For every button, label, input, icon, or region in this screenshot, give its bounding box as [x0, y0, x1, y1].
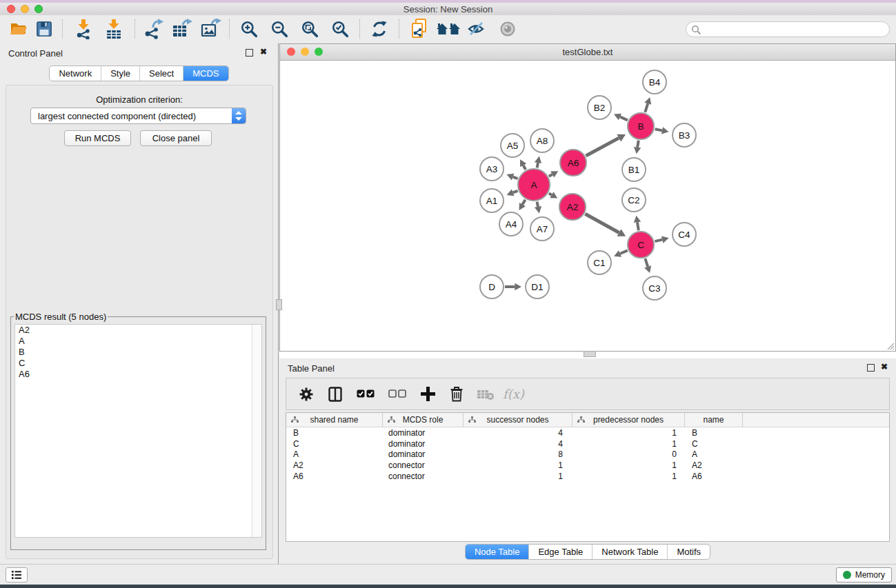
- graph-node-C[interactable]: C: [628, 232, 654, 258]
- table-cell[interactable]: 1: [573, 428, 685, 438]
- mcds-result-item[interactable]: B: [15, 347, 261, 358]
- table-cell[interactable]: 1: [464, 460, 573, 470]
- graph-edge-D-D1[interactable]: [505, 283, 521, 290]
- import-network-icon[interactable]: [73, 19, 94, 39]
- float-panel-icon[interactable]: [246, 49, 253, 57]
- close-panel-button[interactable]: Close panel: [140, 130, 212, 146]
- table-cell[interactable]: A: [685, 449, 743, 459]
- mcds-result-item[interactable]: A6: [15, 369, 261, 380]
- mcds-result-item[interactable]: A: [15, 336, 261, 347]
- export-network-icon[interactable]: [143, 19, 164, 39]
- mcds-result-item[interactable]: A2: [15, 325, 261, 336]
- graph-edge-B-B2[interactable]: [614, 114, 628, 121]
- zoom-out-icon[interactable]: [269, 19, 290, 39]
- table-cell[interactable]: 1: [464, 472, 573, 481]
- table-cell[interactable]: C: [685, 439, 743, 449]
- table-tab-motifs[interactable]: Motifs: [667, 545, 710, 559]
- hide-selection-eye-icon[interactable]: [466, 19, 487, 39]
- table-cell[interactable]: A: [286, 449, 383, 459]
- column-header-predecessor-nodes[interactable]: predecessor nodes: [573, 413, 685, 427]
- column-header-shared-name[interactable]: shared name: [286, 413, 383, 427]
- table-cell[interactable]: connector: [383, 460, 464, 470]
- save-session-icon[interactable]: [34, 19, 54, 39]
- graph-node-D1[interactable]: D1: [526, 275, 549, 298]
- deselect-all-icon[interactable]: [387, 385, 408, 403]
- graph-edge-B-B4[interactable]: [644, 97, 651, 112]
- table-cell[interactable]: connector: [383, 472, 464, 481]
- graph-edge-A-A5[interactable]: [520, 159, 526, 170]
- table-row[interactable]: Cdominator41C: [286, 438, 889, 449]
- graph-node-A5[interactable]: A5: [501, 134, 524, 157]
- column-visibility-icon[interactable]: [326, 385, 344, 403]
- graph-node-A[interactable]: A: [518, 169, 550, 201]
- table-cell[interactable]: 1: [573, 439, 685, 449]
- graph-edge-A-A7[interactable]: [535, 202, 541, 214]
- graph-edge-A6-B[interactable]: [586, 134, 626, 156]
- delete-trash-icon[interactable]: [448, 385, 466, 403]
- table-cell[interactable]: A2: [286, 460, 383, 470]
- graph-node-C1[interactable]: C1: [588, 251, 611, 274]
- show-all-networks-icon[interactable]: [436, 19, 461, 39]
- table-row[interactable]: Bdominator41B: [286, 427, 889, 438]
- graph-node-B[interactable]: B: [628, 113, 654, 139]
- preview-eye-icon[interactable]: [497, 19, 518, 39]
- graph-node-C3[interactable]: C3: [643, 276, 666, 300]
- graph-node-C4[interactable]: C4: [673, 223, 696, 246]
- resize-grip-icon[interactable]: [885, 341, 895, 350]
- table-cell[interactable]: 1: [573, 460, 685, 470]
- task-history-button[interactable]: [6, 567, 28, 582]
- graph-node-D[interactable]: D: [480, 275, 504, 298]
- table-cell[interactable]: B: [685, 428, 743, 438]
- graph-node-B3[interactable]: B3: [673, 123, 696, 147]
- graph-node-C2[interactable]: C2: [622, 188, 646, 212]
- graph-edge-A-A4[interactable]: [519, 200, 526, 210]
- graph-edge-B-B1[interactable]: [634, 141, 641, 154]
- control-tab-style[interactable]: Style: [101, 66, 139, 81]
- search-input[interactable]: [704, 23, 886, 37]
- open-session-icon[interactable]: [8, 19, 29, 39]
- refresh-icon[interactable]: [369, 19, 390, 39]
- graph-edge-C-C2[interactable]: [634, 216, 641, 231]
- vertical-scrollbar-thumb[interactable]: [276, 299, 282, 310]
- graph-edge-A-A8[interactable]: [535, 156, 541, 168]
- table-row[interactable]: A2connector11A2: [286, 460, 889, 471]
- graph-node-A6[interactable]: A6: [560, 150, 586, 176]
- export-image-icon[interactable]: [201, 19, 221, 39]
- optimization-criterion-select[interactable]: largest connected component (directed): [30, 108, 246, 124]
- graph-edge-C-C3[interactable]: [644, 258, 651, 273]
- graph-node-A2[interactable]: A2: [559, 194, 586, 220]
- graph-edge-C-C1[interactable]: [614, 250, 628, 257]
- function-builder-icon[interactable]: f(x): [503, 387, 524, 401]
- search-field[interactable]: [686, 21, 890, 37]
- table-cell[interactable]: 0: [573, 449, 685, 459]
- graph-node-A1[interactable]: A1: [480, 189, 504, 212]
- table-cell[interactable]: A2: [685, 460, 743, 470]
- table-cell[interactable]: A6: [286, 472, 383, 481]
- graph-edge-C-C4[interactable]: [655, 236, 668, 243]
- table-cell[interactable]: dominator: [383, 428, 464, 438]
- graph-edge-A-A6[interactable]: [549, 171, 558, 177]
- delete-table-icon[interactable]: [477, 385, 495, 403]
- column-header-name[interactable]: name: [685, 413, 743, 427]
- zoom-in-icon[interactable]: [239, 19, 259, 39]
- close-panel-icon[interactable]: ✖: [881, 362, 888, 372]
- graph-node-A7[interactable]: A7: [530, 217, 554, 241]
- table-cell[interactable]: dominator: [383, 449, 464, 459]
- add-icon[interactable]: [419, 385, 437, 403]
- control-tab-select[interactable]: Select: [139, 66, 183, 81]
- zoom-fit-icon[interactable]: [299, 19, 320, 39]
- table-settings-gear-icon[interactable]: [297, 385, 315, 403]
- graph-edge-A2-C[interactable]: [585, 214, 626, 236]
- float-panel-icon[interactable]: [867, 364, 875, 372]
- clone-network-icon[interactable]: [409, 19, 430, 39]
- graph-edge-B-B3[interactable]: [655, 127, 669, 134]
- close-panel-icon[interactable]: ✖: [260, 47, 267, 57]
- table-tab-network-table[interactable]: Network Table: [592, 545, 667, 559]
- control-tab-mcds[interactable]: MCDS: [183, 66, 228, 81]
- graph-node-A4[interactable]: A4: [499, 212, 523, 236]
- table-tab-node-table[interactable]: Node Table: [466, 545, 529, 559]
- table-cell[interactable]: A6: [685, 472, 743, 481]
- table-cell[interactable]: 1: [573, 472, 685, 481]
- table-cell[interactable]: B: [286, 428, 383, 438]
- import-table-icon[interactable]: [103, 19, 124, 39]
